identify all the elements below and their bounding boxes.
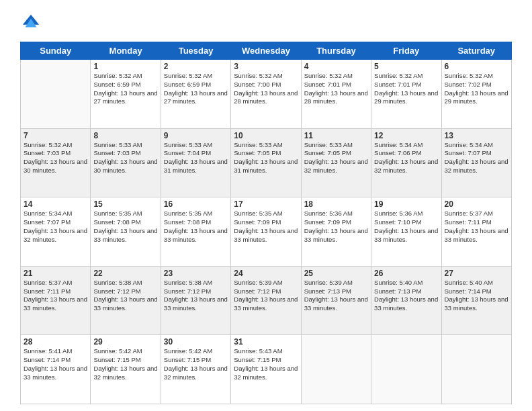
day-number: 28	[24, 337, 87, 347]
calendar-cell: 10Sunrise: 5:33 AMSunset: 7:05 PMDayligh…	[231, 128, 301, 197]
sunset-line: Sunset: 7:03 PM	[93, 149, 157, 158]
daylight-line: Daylight: 13 hours and 30 minutes.	[24, 158, 87, 175]
daylight-line: Daylight: 13 hours and 32 minutes.	[93, 365, 157, 382]
day-number: 21	[24, 269, 87, 278]
daylight-line: Daylight: 13 hours and 32 minutes.	[24, 227, 87, 244]
day-number: 24	[234, 269, 298, 278]
calendar-cell: 11Sunrise: 5:33 AMSunset: 7:05 PMDayligh…	[301, 128, 371, 197]
sunrise-line: Sunrise: 5:32 AM	[374, 72, 438, 81]
sunrise-line: Sunrise: 5:36 AM	[374, 210, 438, 218]
day-number: 27	[445, 269, 508, 278]
sunrise-line: Sunrise: 5:41 AM	[24, 347, 87, 356]
day-number: 12	[374, 131, 438, 140]
sunrise-line: Sunrise: 5:32 AM	[93, 72, 157, 81]
day-number: 20	[445, 199, 508, 209]
sunset-line: Sunset: 7:06 PM	[374, 149, 438, 158]
calendar-cell: 7Sunrise: 5:32 AMSunset: 7:03 PMDaylight…	[21, 128, 91, 197]
sunset-line: Sunset: 7:04 PM	[164, 149, 228, 158]
sunrise-line: Sunrise: 5:39 AM	[234, 279, 298, 287]
calendar-cell	[441, 335, 511, 404]
sunrise-line: Sunrise: 5:33 AM	[164, 141, 228, 150]
day-number: 6	[445, 62, 508, 71]
daylight-line: Daylight: 13 hours and 32 minutes.	[445, 158, 508, 175]
calendar-cell: 25Sunrise: 5:39 AMSunset: 7:13 PMDayligh…	[301, 266, 371, 335]
calendar-cell: 21Sunrise: 5:37 AMSunset: 7:11 PMDayligh…	[21, 266, 91, 335]
calendar-week-row: 7Sunrise: 5:32 AMSunset: 7:03 PMDaylight…	[21, 128, 512, 197]
weekday-header-sunday: Sunday	[21, 42, 91, 60]
calendar-cell: 18Sunrise: 5:36 AMSunset: 7:09 PMDayligh…	[301, 197, 371, 267]
calendar-cell: 6Sunrise: 5:32 AMSunset: 7:02 PMDaylight…	[441, 60, 511, 129]
sunrise-line: Sunrise: 5:40 AM	[445, 279, 508, 287]
daylight-line: Daylight: 13 hours and 28 minutes.	[234, 89, 298, 107]
sunset-line: Sunset: 7:15 PM	[234, 356, 298, 365]
weekday-header-tuesday: Tuesday	[161, 42, 230, 60]
sunset-line: Sunset: 6:59 PM	[93, 81, 157, 89]
calendar-cell: 12Sunrise: 5:34 AMSunset: 7:06 PMDayligh…	[371, 128, 441, 197]
weekday-header-friday: Friday	[371, 42, 441, 60]
day-number: 25	[304, 269, 368, 278]
sunset-line: Sunset: 7:00 PM	[234, 81, 298, 89]
sunset-line: Sunset: 7:07 PM	[445, 149, 508, 158]
sunset-line: Sunset: 7:15 PM	[93, 356, 157, 365]
calendar-cell: 29Sunrise: 5:42 AMSunset: 7:15 PMDayligh…	[91, 335, 161, 404]
day-number: 29	[93, 337, 157, 347]
weekday-header-thursday: Thursday	[301, 42, 371, 60]
sunrise-line: Sunrise: 5:35 AM	[93, 210, 157, 218]
sunset-line: Sunset: 6:59 PM	[164, 81, 228, 89]
sunset-line: Sunset: 7:14 PM	[24, 356, 87, 365]
calendar-cell: 4Sunrise: 5:32 AMSunset: 7:01 PMDaylight…	[301, 60, 371, 129]
calendar-cell: 23Sunrise: 5:38 AMSunset: 7:12 PMDayligh…	[161, 266, 230, 335]
calendar-cell: 20Sunrise: 5:37 AMSunset: 7:11 PMDayligh…	[441, 197, 511, 267]
daylight-line: Daylight: 13 hours and 33 minutes.	[304, 295, 368, 313]
calendar-week-row: 28Sunrise: 5:41 AMSunset: 7:14 PMDayligh…	[21, 335, 512, 404]
day-number: 4	[304, 62, 368, 71]
calendar-week-row: 14Sunrise: 5:34 AMSunset: 7:07 PMDayligh…	[21, 197, 512, 267]
sunrise-line: Sunrise: 5:37 AM	[445, 210, 508, 218]
day-number: 15	[93, 199, 157, 209]
sunset-line: Sunset: 7:12 PM	[164, 287, 228, 296]
calendar-cell: 30Sunrise: 5:42 AMSunset: 7:15 PMDayligh…	[161, 335, 230, 404]
calendar-cell: 14Sunrise: 5:34 AMSunset: 7:07 PMDayligh…	[21, 197, 91, 267]
calendar-cell: 15Sunrise: 5:35 AMSunset: 7:08 PMDayligh…	[91, 197, 161, 267]
header	[20, 13, 512, 35]
calendar-cell	[21, 60, 91, 129]
sunrise-line: Sunrise: 5:35 AM	[164, 210, 228, 218]
day-number: 5	[374, 62, 438, 71]
day-number: 14	[24, 199, 87, 209]
sunrise-line: Sunrise: 5:33 AM	[93, 141, 157, 150]
daylight-line: Daylight: 13 hours and 33 minutes.	[24, 295, 87, 313]
daylight-line: Daylight: 13 hours and 30 minutes.	[93, 158, 157, 175]
sunset-line: Sunset: 7:11 PM	[445, 218, 508, 227]
sunset-line: Sunset: 7:14 PM	[445, 287, 508, 296]
calendar-cell: 9Sunrise: 5:33 AMSunset: 7:04 PMDaylight…	[161, 128, 230, 197]
day-number: 10	[234, 131, 298, 140]
sunrise-line: Sunrise: 5:43 AM	[234, 347, 298, 356]
day-number: 17	[234, 199, 298, 209]
calendar-cell: 19Sunrise: 5:36 AMSunset: 7:10 PMDayligh…	[371, 197, 441, 267]
daylight-line: Daylight: 13 hours and 32 minutes.	[234, 365, 298, 382]
sunrise-line: Sunrise: 5:36 AM	[304, 210, 368, 218]
sunrise-line: Sunrise: 5:37 AM	[24, 279, 87, 287]
day-number: 3	[234, 62, 298, 71]
day-number: 8	[93, 131, 157, 140]
day-number: 9	[164, 131, 228, 140]
daylight-line: Daylight: 13 hours and 32 minutes.	[304, 158, 368, 175]
daylight-line: Daylight: 13 hours and 28 minutes.	[304, 89, 368, 107]
calendar-table: SundayMondayTuesdayWednesdayThursdayFrid…	[20, 42, 512, 404]
sunset-line: Sunset: 7:05 PM	[234, 149, 298, 158]
calendar-cell: 26Sunrise: 5:40 AMSunset: 7:13 PMDayligh…	[371, 266, 441, 335]
sunrise-line: Sunrise: 5:34 AM	[445, 141, 508, 150]
day-number: 19	[374, 199, 438, 209]
sunrise-line: Sunrise: 5:32 AM	[234, 72, 298, 81]
weekday-header-monday: Monday	[91, 42, 161, 60]
daylight-line: Daylight: 13 hours and 33 minutes.	[234, 227, 298, 244]
calendar-cell	[301, 335, 371, 404]
daylight-line: Daylight: 13 hours and 27 minutes.	[93, 89, 157, 107]
calendar-cell: 31Sunrise: 5:43 AMSunset: 7:15 PMDayligh…	[231, 335, 301, 404]
sunset-line: Sunset: 7:12 PM	[93, 287, 157, 296]
day-number: 26	[374, 269, 438, 278]
sunset-line: Sunset: 7:12 PM	[234, 287, 298, 296]
sunset-line: Sunset: 7:10 PM	[374, 218, 438, 227]
daylight-line: Daylight: 13 hours and 32 minutes.	[374, 158, 438, 175]
weekday-header-saturday: Saturday	[441, 42, 511, 60]
